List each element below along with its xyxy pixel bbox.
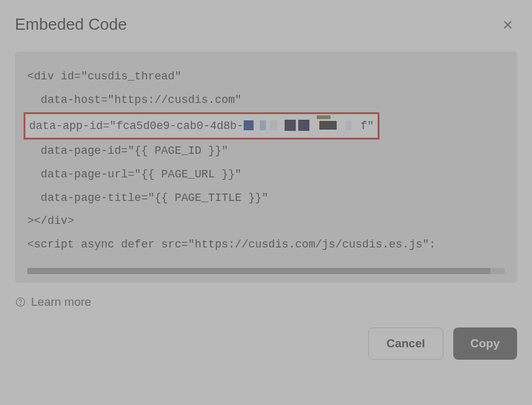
code-line-4: data-page-id="{{ PAGE_ID }}" [27,145,228,157]
code-line-1: <div id="cusdis_thread" [27,70,181,82]
code-block[interactable]: <div id="cusdis_thread" data-host="https… [15,51,517,283]
code-line-7: ></div> [27,215,74,227]
redacted-segment [244,114,354,138]
code-app-id-suffix: f" [360,119,374,131]
svg-point-1 [20,304,21,305]
close-button[interactable] [499,16,517,34]
code-line-6: data-page-title="{{ PAGE_TITLE }}" [27,192,268,204]
code-line-5: data-page-url="{{ PAGE_URL }}" [27,168,242,180]
learn-more-link[interactable]: Learn more [15,295,91,309]
code-line-2: data-host="https://cusdis.com" [27,94,242,106]
copy-button[interactable]: Copy [453,327,518,360]
code-line-8: <script async defer src="https://cusdis.… [27,238,436,251]
code-app-id-prefix: data-app-id="fca5d0e9-cab0-4d8b- [29,119,244,131]
dialog-footer: Cancel Copy [15,327,517,360]
help-icon [15,296,26,308]
code-line-highlighted: data-app-id="fca5d0e9-cab0-4d8b- f" [24,112,379,140]
scrollbar-thumb[interactable] [27,268,490,274]
code-content: <div id="cusdis_thread" data-host="https… [27,65,517,257]
dialog-title: Embeded Code [15,15,127,34]
close-icon [501,18,515,32]
horizontal-scrollbar[interactable] [27,268,505,274]
embed-code-dialog: Embeded Code <div id="cusdis_thread" dat… [0,0,532,405]
cancel-button[interactable]: Cancel [368,327,443,360]
learn-more-label: Learn more [31,295,91,309]
dialog-header: Embeded Code [15,15,517,34]
